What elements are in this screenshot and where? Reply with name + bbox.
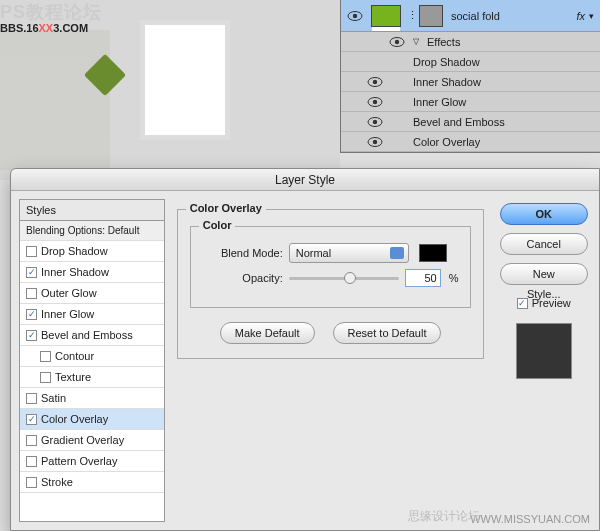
svg-point-7 <box>373 99 377 103</box>
blending-options[interactable]: Blending Options: Default <box>20 221 164 241</box>
layers-panel: ⋮ social fold fx ▾ ▽ Effects Drop Shadow… <box>340 0 600 153</box>
reset-default-button[interactable]: Reset to Default <box>333 322 442 344</box>
effect-item[interactable]: Color Overlay <box>341 132 600 152</box>
new-style-button[interactable]: New Style... <box>500 263 588 285</box>
blend-mode-select[interactable]: Normal <box>289 243 409 263</box>
effect-label: Inner Glow <box>413 96 466 108</box>
effect-label: Color Overlay <box>413 136 480 148</box>
opacity-slider[interactable] <box>289 271 399 285</box>
style-label: Inner Shadow <box>41 266 109 278</box>
style-label: Satin <box>41 392 66 404</box>
checkbox-icon[interactable]: ✓ <box>26 309 37 320</box>
style-item-satin[interactable]: Satin <box>20 388 164 409</box>
style-item-texture[interactable]: Texture <box>20 367 164 388</box>
effect-item[interactable]: Inner Glow <box>341 92 600 112</box>
color-fieldset: Color Blend Mode: Normal Opacity: % <box>190 226 472 308</box>
make-default-button[interactable]: Make Default <box>220 322 315 344</box>
svg-point-9 <box>373 119 377 123</box>
checkbox-icon[interactable] <box>40 372 51 383</box>
blend-mode-label: Blend Mode: <box>203 247 283 259</box>
visibility-icon[interactable] <box>367 74 383 90</box>
checkbox-icon[interactable] <box>26 456 37 467</box>
style-label: Color Overlay <box>41 413 108 425</box>
layer-name[interactable]: social fold <box>451 10 576 22</box>
opacity-label: Opacity: <box>203 272 283 284</box>
style-item-contour[interactable]: Contour <box>20 346 164 367</box>
visibility-icon[interactable] <box>367 114 383 130</box>
effect-item[interactable]: Inner Shadow <box>341 72 600 92</box>
svg-point-11 <box>373 139 377 143</box>
watermark-url: WWW.MISSYUAN.COM <box>470 513 590 525</box>
effects-header[interactable]: ▽ Effects <box>341 32 600 52</box>
style-item-gradient-overlay[interactable]: Gradient Overlay <box>20 430 164 451</box>
checkbox-icon[interactable]: ✓ <box>26 330 37 341</box>
visibility-icon[interactable] <box>367 94 383 110</box>
noise-bg <box>0 30 110 170</box>
style-label: Outer Glow <box>41 287 97 299</box>
visibility-icon[interactable] <box>367 134 383 150</box>
style-label: Gradient Overlay <box>41 434 124 446</box>
ok-button[interactable]: OK <box>500 203 588 225</box>
layer-mask[interactable] <box>419 5 443 27</box>
color-swatch[interactable] <box>419 244 447 262</box>
chevron-down-icon[interactable]: ▾ <box>589 11 594 21</box>
effect-item[interactable]: Bevel and Emboss <box>341 112 600 132</box>
style-item-pattern-overlay[interactable]: Pattern Overlay <box>20 451 164 472</box>
checkbox-icon[interactable] <box>26 477 37 488</box>
preview-label: Preview <box>532 297 571 309</box>
style-item-inner-glow[interactable]: ✓Inner Glow <box>20 304 164 325</box>
checkbox-icon[interactable] <box>26 393 37 404</box>
opacity-input[interactable] <box>405 269 441 287</box>
checkbox-icon[interactable] <box>26 435 37 446</box>
visibility-icon[interactable] <box>367 54 383 70</box>
checkbox-icon[interactable]: ✓ <box>517 298 528 309</box>
style-item-drop-shadow[interactable]: Drop Shadow <box>20 241 164 262</box>
settings-column: Color Overlay Color Blend Mode: Normal O… <box>173 199 489 522</box>
styles-list: Blending Options: Default Drop Shadow✓In… <box>19 220 165 522</box>
effect-label: Drop Shadow <box>413 56 480 68</box>
watermark-site: 思缘设计论坛 <box>408 508 480 525</box>
checkbox-icon[interactable] <box>26 246 37 257</box>
style-item-stroke[interactable]: Stroke <box>20 472 164 493</box>
dialog-title: Layer Style <box>11 169 599 191</box>
style-item-inner-shadow[interactable]: ✓Inner Shadow <box>20 262 164 283</box>
layer-row[interactable]: ⋮ social fold fx ▾ <box>341 0 600 32</box>
effect-label: Bevel and Emboss <box>413 116 505 128</box>
color-overlay-fieldset: Color Overlay Color Blend Mode: Normal O… <box>177 209 485 359</box>
style-item-outer-glow[interactable]: Outer Glow <box>20 283 164 304</box>
visibility-icon[interactable] <box>389 34 405 50</box>
style-label: Bevel and Emboss <box>41 329 133 341</box>
checkbox-icon[interactable]: ✓ <box>26 414 37 425</box>
style-item-color-overlay[interactable]: ✓Color Overlay <box>20 409 164 430</box>
styles-column: Styles Blending Options: Default Drop Sh… <box>19 199 165 522</box>
style-label: Inner Glow <box>41 308 94 320</box>
checkbox-icon[interactable]: ✓ <box>26 267 37 278</box>
styles-header[interactable]: Styles <box>19 199 165 220</box>
link-icon: ⋮ <box>407 9 415 22</box>
effect-item[interactable]: Drop Shadow <box>341 52 600 72</box>
watermark-line2: BBS.16XX3.COM <box>0 18 88 35</box>
fx-badge[interactable]: fx <box>576 10 585 22</box>
layer-thumbnail[interactable] <box>371 5 401 27</box>
checkbox-icon[interactable] <box>40 351 51 362</box>
preview-checkbox[interactable]: ✓ Preview <box>517 297 571 309</box>
triangle-down-icon: ▽ <box>413 37 419 46</box>
section-title: Color Overlay <box>186 202 266 214</box>
cancel-button[interactable]: Cancel <box>500 233 588 255</box>
effect-label: Inner Shadow <box>413 76 481 88</box>
svg-point-3 <box>395 39 399 43</box>
style-label: Drop Shadow <box>41 245 108 257</box>
effects-label: Effects <box>427 36 460 48</box>
style-label: Texture <box>55 371 91 383</box>
subsection-title: Color <box>199 219 236 231</box>
style-label: Pattern Overlay <box>41 455 117 467</box>
style-item-bevel-and-emboss[interactable]: ✓Bevel and Emboss <box>20 325 164 346</box>
preview-swatch <box>516 323 572 379</box>
visibility-icon[interactable] <box>347 8 363 24</box>
layer-style-dialog: Layer Style Styles Blending Options: Def… <box>10 168 600 531</box>
slider-thumb[interactable] <box>344 272 356 284</box>
style-label: Contour <box>55 350 94 362</box>
document-preview <box>140 20 230 140</box>
style-label: Stroke <box>41 476 73 488</box>
checkbox-icon[interactable] <box>26 288 37 299</box>
